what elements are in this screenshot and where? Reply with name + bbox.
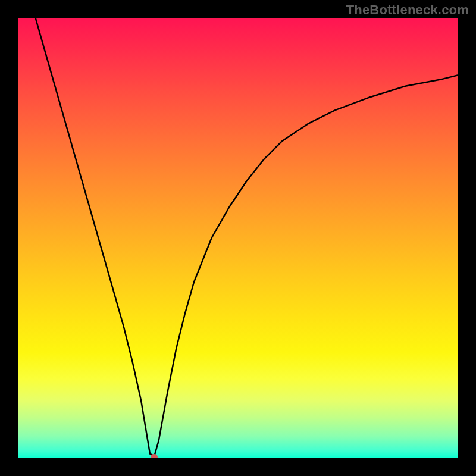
- optimum-marker: [151, 454, 158, 458]
- watermark-text: TheBottleneck.com: [346, 2, 469, 18]
- chart-frame: TheBottleneck.com: [0, 0, 476, 476]
- bottleneck-curve: [18, 18, 458, 458]
- plot-area: [18, 18, 458, 458]
